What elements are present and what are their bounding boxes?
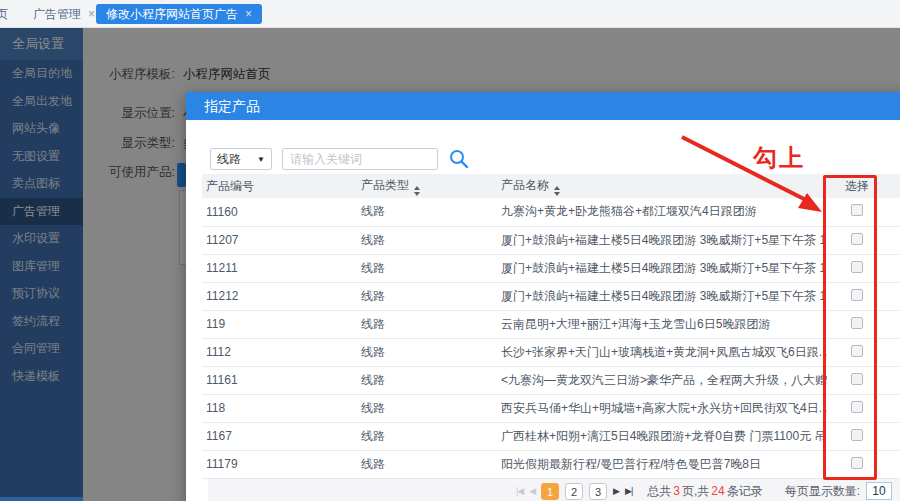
tab-label: 页	[0, 7, 8, 21]
product-type-cell: 线路	[357, 338, 497, 366]
row-checkbox[interactable]	[851, 429, 863, 441]
last-page-icon[interactable]: ▶|	[622, 486, 635, 496]
product-name-cell: <九寨沟—黄龙双汽三日游>豪华产品，全程两大升级，八大赠送	[497, 366, 827, 394]
table-row: 119线路云南昆明+大理+丽江+洱海+玉龙雪山6日5晚跟团游	[202, 310, 900, 338]
row-checkbox[interactable]	[851, 317, 863, 329]
product-type-cell: 线路	[357, 394, 497, 422]
product-id-cell: 11161	[202, 366, 357, 394]
first-page-icon[interactable]: |◀	[513, 486, 526, 496]
product-type-cell: 线路	[357, 254, 497, 282]
column-label: 产品类型	[361, 178, 409, 192]
table-row: 11212线路厦门+鼓浪屿+福建土楼5日4晚跟团游 3晚威斯汀+5星下午茶 1.…	[202, 282, 900, 310]
product-id-cell: 11179	[202, 450, 357, 478]
tab-edit-homepage-ad[interactable]: 修改小程序网站首页广告×	[96, 4, 262, 24]
sort-arrows-icon[interactable]	[554, 186, 560, 196]
tab-label: 广告管理	[33, 7, 81, 21]
row-checkbox[interactable]	[851, 233, 863, 245]
table-row: 118线路西安兵马俑+华山+明城墙+高家大院+永兴坊+回民街双飞4日...	[202, 394, 900, 422]
product-type-cell: 线路	[357, 226, 497, 254]
keyword-search-input[interactable]	[282, 148, 438, 170]
product-name-cell: 厦门+鼓浪屿+福建土楼5日4晚跟团游 3晚威斯汀+5星下午茶 1...	[497, 282, 827, 310]
product-type-cell: 线路	[357, 450, 497, 478]
caret-down-icon: ▼	[257, 155, 265, 164]
product-id-cell: 119	[202, 310, 357, 338]
select-value: 线路	[217, 151, 241, 168]
tab-ad-management[interactable]: 广告管理×	[33, 4, 95, 24]
table-header-row: 产品编号 产品类型 产品名称 选择	[202, 174, 900, 198]
product-type-cell: 线路	[357, 366, 497, 394]
table-row: 11161线路<九寨沟—黄龙双汽三日游>豪华产品，全程两大升级，八大赠送	[202, 366, 900, 394]
product-name-cell: 长沙+张家界+天门山+玻璃栈道+黄龙洞+凤凰古城双飞6日跟...	[497, 338, 827, 366]
product-type-cell: 线路	[357, 282, 497, 310]
page-button[interactable]: 3	[589, 483, 607, 500]
page-button[interactable]: 2	[565, 483, 583, 500]
row-checkbox[interactable]	[851, 401, 863, 413]
product-type-cell: 线路	[357, 198, 497, 226]
product-type-select[interactable]: 线路 ▼	[210, 148, 272, 170]
product-id-cell: 1167	[202, 422, 357, 450]
total-pages: 3	[673, 484, 680, 498]
product-name-cell: 九寨沟+黄龙+卧龙熊猫谷+都江堰双汽4日跟团游	[497, 198, 827, 226]
table-row: 11160线路九寨沟+黄龙+卧龙熊猫谷+都江堰双汽4日跟团游	[202, 198, 900, 226]
modal-title: 指定产品	[186, 92, 900, 120]
column-header-product-name[interactable]: 产品名称	[497, 174, 827, 198]
row-checkbox[interactable]	[851, 345, 863, 357]
tab-bar: 页 广告管理× 修改小程序网站首页广告×	[0, 0, 900, 28]
table-row: 1167线路广西桂林+阳朔+漓江5日4晚跟团游+龙脊0自费 门票1100元 吊.…	[202, 422, 900, 450]
table-row: 11179线路阳光假期最新行程/曼巴普行程/特色曼巴普7晚8日	[202, 450, 900, 478]
table-row: 11211线路厦门+鼓浪屿+福建土楼5日4晚跟团游 3晚威斯汀+5星下午茶 1.…	[202, 254, 900, 282]
table-row: 1112线路长沙+张家界+天门山+玻璃栈道+黄龙洞+凤凰古城双飞6日跟...	[202, 338, 900, 366]
per-page-select[interactable]: 10	[866, 482, 892, 500]
close-icon[interactable]: ×	[88, 7, 95, 21]
product-name-cell: 西安兵马俑+华山+明城墙+高家大院+永兴坊+回民街双飞4日...	[497, 394, 827, 422]
product-id-cell: 11211	[202, 254, 357, 282]
sidebar-bottom-strip	[0, 497, 83, 501]
prev-page-icon[interactable]: ◀	[526, 486, 538, 496]
product-type-cell: 线路	[357, 310, 497, 338]
sort-arrows-icon[interactable]	[414, 186, 420, 196]
column-header-select: 选择	[827, 174, 887, 198]
product-name-cell: 阳光假期最新行程/曼巴普行程/特色曼巴普7晚8日	[497, 450, 827, 478]
per-page-label: 每页显示数量:	[785, 483, 860, 500]
product-name-cell: 厦门+鼓浪屿+福建土楼5日4晚跟团游 3晚威斯汀+5星下午茶 1...	[497, 254, 827, 282]
row-checkbox[interactable]	[851, 261, 863, 273]
row-checkbox[interactable]	[851, 373, 863, 385]
product-id-cell: 11212	[202, 282, 357, 310]
product-name-cell: 广西桂林+阳朔+漓江5日4晚跟团游+龙脊0自费 门票1100元 吊...	[497, 422, 827, 450]
select-product-modal: 指定产品 线路 ▼	[186, 92, 900, 501]
product-id-cell: 118	[202, 394, 357, 422]
row-checkbox[interactable]	[851, 289, 863, 301]
product-id-cell: 11160	[202, 198, 357, 226]
row-checkbox[interactable]	[851, 457, 863, 469]
app-window: 页 广告管理× 修改小程序网站首页广告× 全局设置 全局目的地全局出发地网站头像…	[0, 0, 900, 501]
products-table: 产品编号 产品类型 产品名称 选择 11160线路九寨沟+黄龙+卧龙熊猫谷+都江…	[202, 174, 900, 479]
pagination-bar: |◀ ◀ 123 ▶ ▶| 总共3页,共24条记录 每页显示数量: 10	[208, 479, 900, 501]
product-type-cell: 线路	[357, 422, 497, 450]
product-id-cell: 11207	[202, 226, 357, 254]
product-name-cell: 厦门+鼓浪屿+福建土楼5日4晚跟团游 3晚威斯汀+5星下午茶 1...	[497, 226, 827, 254]
record-summary: 总共3页,共24条记录	[647, 483, 762, 500]
close-icon[interactable]: ×	[245, 7, 252, 21]
column-header-product-id: 产品编号	[202, 174, 357, 198]
total-records: 24	[711, 484, 724, 498]
tab-home-partial[interactable]: 页	[0, 4, 8, 24]
page-button[interactable]: 1	[541, 483, 559, 500]
search-button[interactable]	[448, 148, 470, 170]
table-row: 11207线路厦门+鼓浪屿+福建土楼5日4晚跟团游 3晚威斯汀+5星下午茶 1.…	[202, 226, 900, 254]
column-label: 产品名称	[501, 178, 549, 192]
next-page-icon[interactable]: ▶	[610, 486, 622, 496]
tab-label: 修改小程序网站首页广告	[106, 7, 238, 21]
product-id-cell: 1112	[202, 338, 357, 366]
column-header-product-type[interactable]: 产品类型	[357, 174, 497, 198]
product-name-cell: 云南昆明+大理+丽江+洱海+玉龙雪山6日5晚跟团游	[497, 310, 827, 338]
search-icon	[448, 148, 470, 170]
row-checkbox[interactable]	[851, 204, 863, 216]
